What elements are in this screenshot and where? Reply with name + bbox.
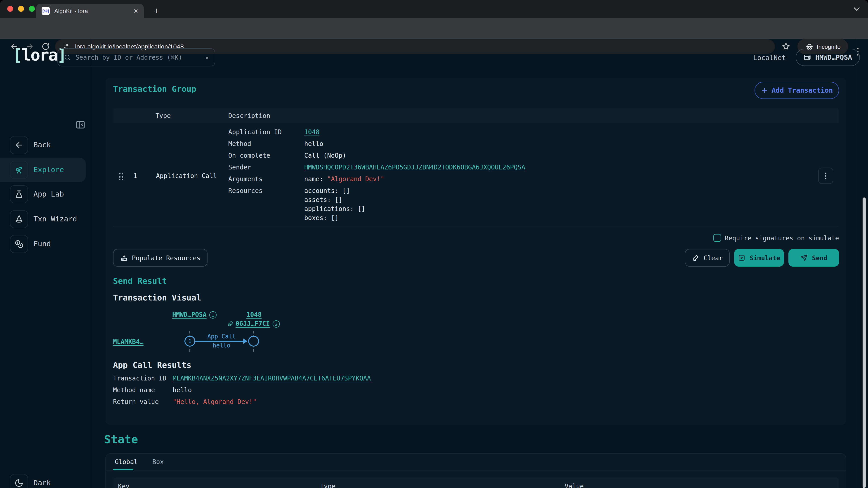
bookmark-star-icon[interactable] xyxy=(782,42,790,50)
column-description: Description xyxy=(228,112,270,119)
diagram-node-to[interactable] xyxy=(248,336,259,347)
tab-title: AlgoKit - lora xyxy=(54,7,132,14)
resources-assets: assets: [] xyxy=(304,196,342,203)
column-value: Value xyxy=(565,483,584,488)
search-input[interactable] xyxy=(75,54,201,61)
on-complete-value: Call (NoOp) xyxy=(304,152,346,159)
browser-tab[interactable]: [ak] AlgoKit - lora ✕ xyxy=(36,4,144,18)
resources-accounts: accounts: [] xyxy=(304,187,350,194)
txn-row-type[interactable]: Application Call xyxy=(156,172,217,180)
clear-button[interactable]: Clear xyxy=(685,249,730,267)
transaction-visual-title: Transaction Visual xyxy=(113,293,201,302)
network-label[interactable]: LocalNet xyxy=(753,54,786,62)
scrollbar-gutter xyxy=(857,39,857,488)
arguments-value: name: "Algorand Dev!" xyxy=(304,175,384,183)
diagram-sender-link[interactable]: HMWD…PQSA xyxy=(172,311,207,318)
column-type: Type xyxy=(320,483,335,488)
tab-favicon: [ak] xyxy=(41,7,50,15)
tabs-divider xyxy=(106,470,846,470)
drag-handle[interactable] xyxy=(119,172,123,180)
browser-toolbar: lora.algokit.io/localnet/application/104… xyxy=(0,18,868,39)
flask-icon xyxy=(10,185,28,203)
resources-applications: applications: [] xyxy=(304,205,365,213)
txn-row-index: 1 xyxy=(133,172,137,180)
resources-boxes: boxes: [] xyxy=(304,214,339,221)
wizard-hat-icon xyxy=(10,210,28,228)
sidebar-item-txn-wizard[interactable]: Txn Wizard xyxy=(0,207,91,231)
traffic-light-close[interactable] xyxy=(7,6,13,12)
populate-resources-button[interactable]: Populate Resources xyxy=(113,249,208,267)
state-title: State xyxy=(104,433,138,446)
field-label: On complete xyxy=(228,152,270,159)
column-type: Type xyxy=(156,112,170,119)
tab-global[interactable]: Global xyxy=(115,458,138,465)
edge-label-method: hello xyxy=(206,342,237,349)
play-square-icon xyxy=(738,254,746,262)
field-label: Method xyxy=(228,140,251,147)
sidebar: Back Explore App Lab Txn Wizard Fund xyxy=(0,39,91,488)
diagram-group-badge: 2 xyxy=(273,320,280,328)
application-id-link: 1048 xyxy=(304,128,319,135)
field-label: Application ID xyxy=(228,128,282,135)
tab-box[interactable]: Box xyxy=(152,458,164,465)
traffic-light-minimize[interactable] xyxy=(18,6,24,12)
method-name-value: hello xyxy=(173,386,192,394)
telescope-icon xyxy=(10,161,28,179)
search-clear-icon[interactable]: ✕ xyxy=(205,54,209,61)
scrollbar-thumb[interactable] xyxy=(863,197,866,488)
sidebar-item-fund[interactable]: Fund xyxy=(0,232,91,256)
app-call-results-title: App Call Results xyxy=(113,360,191,369)
tab-search-chevron-icon[interactable] xyxy=(852,4,862,14)
column-key: Key xyxy=(118,483,129,488)
field-label: Resources xyxy=(228,187,263,194)
favicon-text: [ak] xyxy=(42,9,49,13)
send-button[interactable]: Send xyxy=(788,249,839,267)
diagram-sender-badge: 1 xyxy=(209,311,217,319)
plus-icon xyxy=(761,87,768,94)
state-table-header xyxy=(114,478,839,488)
tab-close-icon[interactable]: ✕ xyxy=(132,7,139,14)
diagram-txn-link[interactable]: MLAMKB4… xyxy=(113,338,144,345)
browser-window: [ak] AlgoKit - lora ✕ + lora.algokit.io/… xyxy=(0,0,868,488)
add-transaction-button[interactable]: Add Transaction xyxy=(754,82,839,99)
diagram-app-link[interactable]: 1048 xyxy=(246,311,261,318)
simulate-button[interactable]: Simulate xyxy=(734,249,784,267)
wallet-icon xyxy=(804,53,812,61)
sidebar-item-explore[interactable]: Explore xyxy=(0,158,86,182)
result-label: Transaction ID xyxy=(113,375,166,382)
diagram-node-from[interactable]: 1 xyxy=(184,336,195,347)
table-divider xyxy=(114,226,839,226)
sidebar-collapse-icon[interactable] xyxy=(75,120,86,130)
sender-link: HMWDSHQCOPD2T36WBAHLAZ6PO5GDJJZBN4D2TODK… xyxy=(304,164,525,171)
require-signatures-checkbox[interactable] xyxy=(713,234,721,242)
arrow-left-icon xyxy=(10,136,28,154)
txn-table-header xyxy=(114,108,839,123)
diagram-edge xyxy=(195,341,245,341)
require-signatures-label[interactable]: Require signatures on simulate xyxy=(725,234,839,242)
edge-label-type: App Call xyxy=(206,333,237,340)
new-tab-button[interactable]: + xyxy=(150,4,163,17)
return-value: "Hello, Algorand Dev!" xyxy=(173,398,256,405)
sidebar-item-back[interactable]: Back xyxy=(0,133,91,157)
tab-strip: [ak] AlgoKit - lora ✕ + xyxy=(0,0,868,18)
txn-row-menu-button[interactable] xyxy=(818,168,833,184)
active-tab-indicator xyxy=(113,469,133,470)
coins-icon xyxy=(10,235,28,253)
link-icon xyxy=(227,320,234,327)
send-icon xyxy=(800,254,808,262)
wallet-button[interactable]: HMWD…PQSA xyxy=(796,49,860,66)
field-label: Arguments xyxy=(228,175,263,183)
moon-icon xyxy=(10,474,28,488)
send-result-title: Send Result xyxy=(113,276,167,286)
traffic-light-zoom[interactable] xyxy=(29,6,35,12)
eraser-icon xyxy=(692,254,700,262)
sidebar-item-dark-mode[interactable]: Dark xyxy=(0,471,91,488)
field-label: Sender xyxy=(228,164,251,171)
browser-menu-icon[interactable] xyxy=(857,43,859,51)
diagram-group-link[interactable]: 06JJ…F7CI xyxy=(236,320,270,327)
result-label: Return value xyxy=(113,398,159,405)
sidebar-item-app-lab[interactable]: App Lab xyxy=(0,182,91,206)
transaction-id-link: MLAMKB4ANXZ5NA2XY7ZNF3EAIROHVWPAB4A7CLT6… xyxy=(173,375,371,382)
method-value: hello xyxy=(304,140,323,147)
transaction-group-title: Transaction Group xyxy=(113,84,196,94)
